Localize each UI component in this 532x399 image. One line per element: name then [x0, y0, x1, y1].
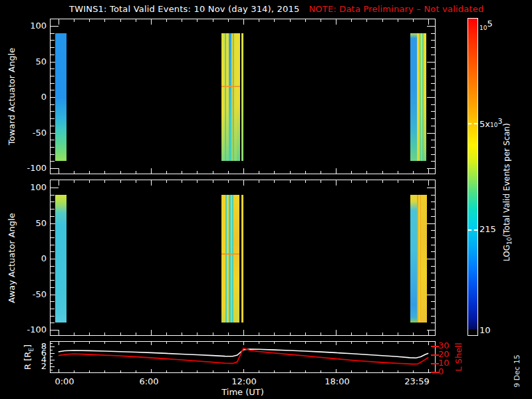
x-minor-tick — [366, 19, 367, 22]
twins-plot-screen: TWINS1: Total Valid Events: 10 Nov (day … — [0, 0, 532, 399]
x-minor-tick — [382, 19, 383, 22]
title-note: NOTE: Data Preliminary – Not validated — [309, 4, 483, 14]
colorbar-tick-dash — [468, 123, 477, 124]
y-tick — [51, 68, 55, 69]
y-tick — [431, 76, 435, 76]
y-tick — [51, 90, 55, 90]
x-minor-tick — [89, 171, 90, 174]
y-tick-label: -100 — [24, 325, 47, 334]
y-tick — [51, 245, 55, 245]
x-major-tick — [59, 180, 59, 186]
x-minor-tick — [104, 180, 105, 183]
y-tick — [51, 55, 55, 55]
spectrogram-band-column — [424, 33, 426, 162]
y-tick — [51, 161, 55, 162]
toward-y-axis-label-text: Toward Actuator Angle — [7, 48, 17, 145]
x-minor-tick — [259, 332, 259, 335]
x-major-tick — [428, 19, 429, 25]
x-major-tick — [428, 330, 429, 335]
y-tick — [51, 140, 55, 140]
x-major-tick — [243, 19, 244, 25]
orbit-parameters-panel — [50, 341, 436, 373]
x-major-tick — [336, 180, 336, 186]
toward-spectrogram-panel — [50, 19, 436, 174]
y-tick-label: 100 — [24, 21, 47, 31]
x-minor-tick — [305, 180, 306, 183]
x-minor-tick — [120, 332, 121, 335]
x-minor-tick — [274, 180, 275, 183]
y-tick — [427, 223, 435, 224]
y-tick — [51, 26, 59, 27]
y-tick — [427, 259, 435, 259]
x-minor-tick — [120, 171, 121, 174]
x-minor-tick — [197, 332, 198, 335]
colorbar-top-base: 10 — [479, 25, 487, 31]
x-minor-tick — [228, 171, 229, 174]
spectrogram-band — [241, 195, 243, 323]
x-minor-tick — [228, 332, 229, 335]
x-minor-tick — [104, 19, 105, 22]
x-minor-tick — [136, 180, 136, 183]
away-y-axis-label-text: Away Actuator Angle — [7, 213, 17, 303]
x-minor-tick — [136, 19, 136, 22]
x-minor-tick — [413, 180, 414, 183]
x-minor-tick — [120, 19, 121, 22]
x-major-tick — [243, 180, 244, 186]
y-tick — [427, 330, 435, 331]
y-tick — [431, 273, 435, 273]
x-minor-tick — [166, 171, 167, 174]
x-minor-tick — [213, 19, 213, 22]
x-tick-label: 6:00 — [139, 376, 158, 386]
y-tick — [431, 147, 435, 148]
y-tick — [51, 316, 55, 317]
spectrogram-band-column — [421, 195, 427, 323]
y-tick — [427, 26, 435, 27]
y-tick — [51, 47, 55, 48]
x-tick-label: 0:00 — [55, 376, 74, 386]
y-tick — [51, 216, 55, 217]
y-tick-label: 2 — [32, 361, 47, 371]
colorbar-title-sub: 10 — [506, 237, 513, 244]
y-tick — [431, 195, 435, 196]
x-minor-tick — [351, 332, 352, 335]
x-minor-tick — [197, 180, 198, 183]
x-minor-tick — [413, 171, 414, 174]
x-minor-tick — [398, 171, 398, 174]
y-tick-label: -100 — [24, 163, 47, 173]
x-minor-tick — [321, 332, 321, 335]
x-minor-tick — [74, 180, 74, 183]
y-tick — [51, 323, 55, 323]
time-axis-title: Time (UT) — [221, 387, 264, 397]
y-tick — [427, 188, 435, 188]
y-tick — [431, 154, 435, 155]
x-major-tick — [151, 19, 152, 25]
date-stamp: 9 Dec 15 — [513, 354, 521, 387]
x-major-tick — [59, 168, 59, 174]
x-minor-tick — [274, 171, 275, 174]
x-minor-tick — [259, 171, 259, 174]
y-tick — [51, 266, 55, 267]
x-minor-tick — [166, 180, 167, 183]
spectrogram-band-column — [410, 33, 418, 162]
x-minor-tick — [290, 171, 291, 174]
y-tick — [51, 168, 59, 169]
spectrogram-band-hline — [221, 253, 240, 255]
x-major-tick — [151, 168, 152, 174]
x-minor-tick — [290, 19, 291, 22]
y-tick — [431, 140, 435, 140]
x-minor-tick — [213, 332, 213, 335]
colorbar-title-pre: LOG — [502, 245, 511, 261]
colorbar-mid1-base: 10 — [490, 122, 497, 128]
y-tick — [431, 47, 435, 48]
x-major-tick — [243, 168, 244, 174]
x-major-tick — [151, 180, 152, 186]
y-tick — [431, 90, 435, 90]
y-tick — [431, 83, 435, 84]
lshell-axis-label: L Shell — [454, 342, 464, 371]
page-title: TWINS1: Total Valid Events: 10 Nov (day … — [69, 4, 483, 14]
x-minor-tick — [89, 332, 90, 335]
y-tick-label: 50 — [24, 218, 47, 228]
spectrogram-band-column — [55, 195, 66, 323]
y-tick — [431, 209, 435, 209]
x-minor-tick — [74, 19, 74, 22]
